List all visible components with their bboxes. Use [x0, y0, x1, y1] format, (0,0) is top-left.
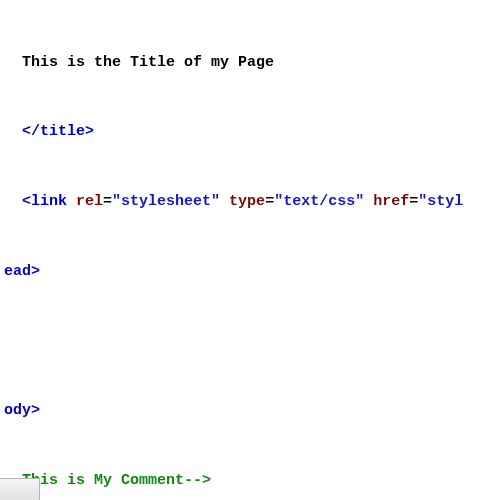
tag-head-close: ead> [4, 263, 40, 280]
code-line: ody> [4, 399, 500, 422]
blank-line [4, 330, 500, 353]
code-line: <link rel="stylesheet" type="text/css" h… [4, 190, 500, 213]
tag-title-close: </title> [22, 123, 94, 140]
title-text: This is the Title of my Page [22, 54, 274, 71]
code-editor-view[interactable]: This is the Title of my Page </title> <l… [4, 4, 500, 500]
val-styl: "styl [418, 193, 463, 210]
editor-tab[interactable] [0, 478, 40, 500]
code-line: --This is My Comment--> [4, 469, 500, 492]
code-line: This is the Title of my Page [4, 51, 500, 74]
code-line: </title> [4, 120, 500, 143]
attr-href: href [373, 193, 409, 210]
tag-link: <link [22, 193, 67, 210]
attr-rel: rel [76, 193, 103, 210]
tag-body-open: ody> [4, 402, 40, 419]
val-stylesheet: "stylesheet" [112, 193, 220, 210]
code-line: ead> [4, 260, 500, 283]
attr-type: type [229, 193, 265, 210]
val-textcss: "text/css" [274, 193, 364, 210]
